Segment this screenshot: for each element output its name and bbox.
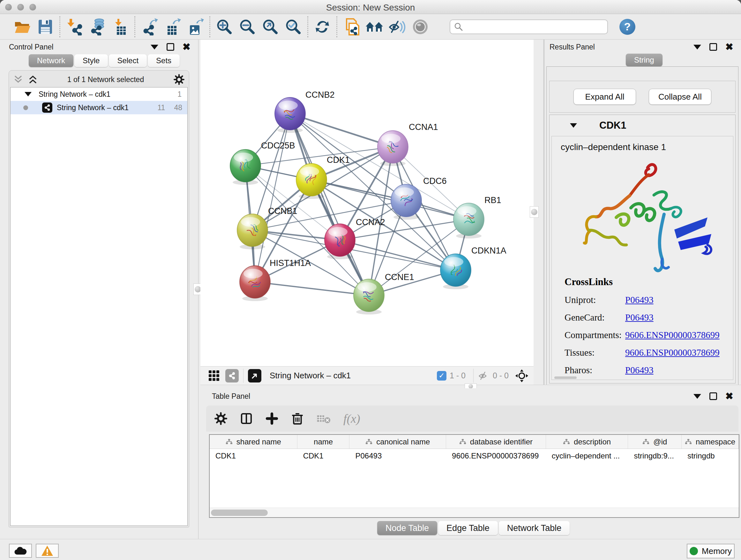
expand-all-button[interactable]: Expand All: [574, 89, 636, 105]
table-row[interactable]: CDK1CDK1P064939606.ENSP00000378699cyclin…: [210, 449, 739, 463]
table-hscroll-thumb[interactable]: [211, 509, 268, 516]
cloud-button[interactable]: [9, 544, 32, 558]
search-field[interactable]: [450, 19, 608, 34]
network-node-CDC25B[interactable]: [230, 149, 261, 185]
section-expand-icon[interactable]: [570, 123, 577, 128]
zoom-in-button[interactable]: [213, 16, 236, 37]
hidden-eye-icon[interactable]: [478, 371, 489, 381]
column-header--id[interactable]: @id: [628, 435, 682, 449]
panel-close-icon[interactable]: ✖: [725, 42, 733, 52]
network-collection-row[interactable]: String Network – cdk1 1: [10, 87, 187, 101]
table-cell[interactable]: stringdb:9...: [628, 449, 682, 463]
collapse-all-icon[interactable]: [13, 75, 23, 84]
column-header-description[interactable]: description: [546, 435, 628, 449]
network-node-RB1[interactable]: [454, 203, 484, 239]
column-header-name[interactable]: name: [297, 435, 350, 449]
network-edge[interactable]: [290, 114, 369, 295]
open-session-button[interactable]: [11, 16, 34, 37]
network-node-CDKN1A[interactable]: [441, 254, 471, 289]
network-node-CDC6[interactable]: [391, 184, 421, 220]
collapse-all-button[interactable]: Collapse All: [649, 89, 711, 105]
tab-node-table[interactable]: Node Table: [377, 521, 437, 535]
first-neighbors-button[interactable]: [363, 16, 386, 37]
network-node-CCNB2[interactable]: [275, 98, 306, 133]
table-hscrollbar[interactable]: [210, 508, 739, 517]
export-network-button[interactable]: [138, 16, 161, 37]
tab-string[interactable]: String: [626, 54, 663, 66]
delete-column-icon[interactable]: [291, 412, 304, 425]
tab-network[interactable]: Network: [29, 54, 73, 67]
network-row[interactable]: String Network – cdk1 11 48: [10, 101, 187, 114]
network-canvas[interactable]: CCNB2CCNA1CDC25BCDK1CDC6RB1CCNB1CCNA2CDK…: [200, 40, 534, 366]
import-network-file-button[interactable]: [63, 16, 86, 37]
panel-float-icon[interactable]: [710, 392, 717, 400]
memory-button[interactable]: Memory: [687, 544, 735, 558]
save-session-button[interactable]: [34, 16, 57, 37]
expand-all-icon[interactable]: [28, 75, 38, 84]
network-thumbnail-icon[interactable]: [225, 369, 239, 382]
apply-style-refresh-button[interactable]: [311, 16, 334, 37]
network-edge[interactable]: [255, 114, 290, 282]
gear-icon[interactable]: [174, 74, 185, 85]
network-node-CCNA1[interactable]: [378, 131, 408, 166]
crosslink-link[interactable]: P06493: [625, 365, 654, 375]
zoom-out-button[interactable]: [236, 16, 259, 37]
zoom-selected-button[interactable]: [282, 16, 305, 37]
right-splitter-handle[interactable]: [530, 206, 539, 218]
warnings-button[interactable]: [36, 544, 59, 558]
crosslink-link[interactable]: 9606.ENSP00000378699: [625, 330, 720, 340]
crosslink-link[interactable]: 9606.ENSP00000378699: [625, 348, 720, 358]
show-columns-icon[interactable]: [240, 412, 253, 425]
tab-network-table[interactable]: Network Table: [499, 521, 570, 535]
panel-menu-icon[interactable]: [693, 394, 701, 399]
help-button[interactable]: ?: [619, 19, 635, 35]
tab-style[interactable]: Style: [74, 54, 108, 67]
network-node-HIST1H1A[interactable]: [240, 266, 270, 301]
panel-float-icon[interactable]: [166, 43, 174, 51]
table-cell[interactable]: P06493: [349, 449, 446, 463]
show-hide-button[interactable]: [386, 16, 409, 37]
crosslink-label: Pharos:: [564, 365, 625, 375]
crosslink-link[interactable]: P06493: [625, 312, 654, 323]
table-cell[interactable]: stringdb: [682, 449, 739, 463]
export-table-button[interactable]: [161, 16, 184, 37]
function-builder-icon[interactable]: f(x): [343, 412, 360, 426]
add-column-icon[interactable]: [266, 412, 278, 425]
column-header-namespace[interactable]: namespace: [682, 435, 739, 449]
network-node-CCNE1[interactable]: [354, 279, 384, 314]
delete-table-icon[interactable]: [317, 413, 331, 424]
column-header-canonical-name[interactable]: canonical name: [349, 435, 446, 449]
network-edge[interactable]: [290, 114, 393, 147]
crosslink-link[interactable]: P06493: [625, 295, 654, 305]
export-image-button[interactable]: [184, 16, 207, 37]
panel-close-icon[interactable]: ✖: [725, 391, 733, 401]
selected-checkbox-icon[interactable]: ✓: [437, 371, 447, 381]
grid-view-icon[interactable]: [208, 370, 220, 382]
panel-menu-icon[interactable]: [151, 45, 158, 50]
clone-network-button[interactable]: [340, 16, 363, 37]
table-options-gear-icon[interactable]: [214, 412, 227, 425]
column-header-database-identifier[interactable]: database identifier: [446, 435, 546, 449]
panel-float-icon[interactable]: [710, 43, 717, 51]
grey-sphere-button[interactable]: [409, 16, 432, 37]
import-table-file-button[interactable]: [109, 16, 132, 37]
panel-menu-icon[interactable]: [693, 45, 701, 50]
collection-expand-icon[interactable]: [24, 92, 31, 97]
network-edge[interactable]: [255, 282, 369, 295]
table-cell[interactable]: CDK1: [210, 449, 297, 463]
detach-view-icon[interactable]: [248, 369, 261, 382]
panel-close-icon[interactable]: ✖: [183, 42, 191, 52]
protein-section-header[interactable]: CDK1: [549, 115, 735, 136]
table-cell[interactable]: 9606.ENSP00000378699: [446, 449, 546, 463]
import-network-database-button[interactable]: [86, 16, 109, 37]
table-cell[interactable]: cyclin–dependent ...: [546, 449, 628, 463]
birdseye-icon[interactable]: [515, 369, 529, 382]
tab-select[interactable]: Select: [109, 54, 147, 67]
tab-sets[interactable]: Sets: [148, 54, 180, 67]
column-header-shared-name[interactable]: shared name: [210, 435, 297, 449]
search-input[interactable]: [463, 22, 607, 32]
zoom-fit-button[interactable]: [259, 16, 282, 37]
table-cell[interactable]: CDK1: [297, 449, 350, 463]
tab-edge-table[interactable]: Edge Table: [438, 521, 498, 535]
results-hscroll-thumb[interactable]: [554, 376, 577, 379]
